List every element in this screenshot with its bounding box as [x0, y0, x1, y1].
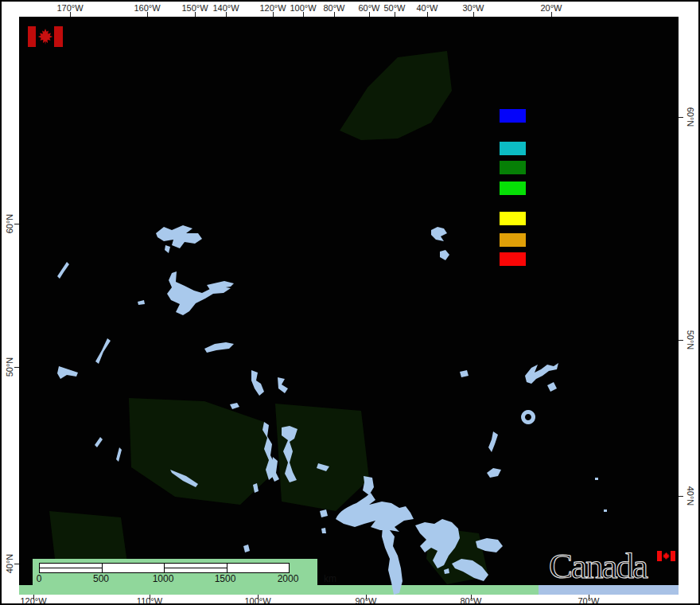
- scale-distance-label: 1000: [153, 573, 174, 584]
- axis-tick-mark: [303, 12, 304, 17]
- wordmark-flag-icon: [657, 551, 675, 561]
- axis-tick-mark: [195, 12, 196, 17]
- axis-tick-mark: [14, 367, 19, 368]
- axis-tick-mark: [679, 496, 683, 497]
- scale-segment: [228, 564, 290, 572]
- axis-tick-label: 40°N: [686, 485, 695, 507]
- map-image: [2, 2, 700, 605]
- scale-distance-label: 500: [93, 573, 109, 584]
- canada-flag-icon: [28, 26, 63, 47]
- flag-left-bar: [28, 26, 36, 47]
- axis-tick-mark: [226, 12, 227, 17]
- legend-swatch: [500, 109, 526, 123]
- axis-tick-mark: [395, 12, 395, 17]
- map-document: 0500100015002000 km Canada 170°W160°W150…: [0, 0, 700, 605]
- scale-bar-track: [39, 563, 290, 573]
- axis-tick-mark: [589, 595, 589, 599]
- scale-distance-label: 0: [37, 573, 42, 584]
- maple-leaf-icon: [662, 552, 671, 560]
- maple-leaf-icon: [37, 28, 54, 45]
- axis-tick-mark: [273, 12, 274, 17]
- legend-swatch: [500, 233, 526, 247]
- scale-distance-label: 2000: [278, 573, 299, 584]
- ocean-strip: [539, 585, 679, 595]
- axis-tick-mark: [679, 117, 683, 118]
- axis-tick-mark: [258, 595, 259, 599]
- axis-tick-mark: [679, 340, 683, 341]
- axis-tick-label: 50°N: [686, 329, 695, 351]
- axis-tick-label: 50°N: [5, 356, 14, 378]
- axis-tick-label: 40°N: [5, 552, 14, 575]
- scale-bar: 0500100015002000 km: [33, 559, 317, 585]
- scale-unit-label: km: [324, 573, 336, 584]
- axis-tick-mark: [473, 12, 474, 17]
- axis-tick-mark: [14, 564, 19, 564]
- axis-tick-mark: [551, 12, 552, 17]
- canada-wordmark: Canada: [549, 548, 684, 586]
- axis-tick-mark: [471, 595, 472, 599]
- axis-tick-mark: [33, 595, 34, 599]
- axis-tick-label: 60°N: [5, 213, 14, 235]
- axis-tick-mark: [150, 595, 150, 599]
- legend-swatch: [500, 161, 526, 174]
- axis-tick-mark: [334, 12, 335, 17]
- axis-tick-mark: [366, 595, 367, 599]
- wordmark-text: Canada: [549, 546, 647, 586]
- us-land-strip: [19, 585, 539, 595]
- scale-distance-label: 1500: [215, 573, 236, 584]
- axis-tick-mark: [14, 224, 19, 224]
- legend-swatch: [500, 142, 526, 155]
- flag-right-bar: [54, 26, 63, 47]
- axis-tick-mark: [147, 12, 148, 17]
- axis-tick-label: 60°N: [686, 106, 695, 128]
- scale-segment: [40, 564, 103, 572]
- legend-swatch: [500, 212, 526, 225]
- axis-tick-mark: [70, 12, 71, 17]
- axis-tick-mark: [427, 12, 428, 17]
- scale-segment: [103, 564, 165, 572]
- axis-tick-mark: [369, 12, 370, 17]
- scale-segment: [165, 564, 228, 572]
- legend-swatch: [500, 182, 526, 195]
- legend-swatch: [500, 252, 526, 266]
